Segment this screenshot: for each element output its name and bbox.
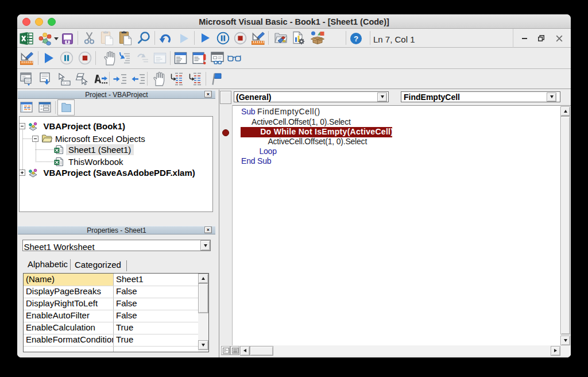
svg-text:?: ?	[354, 34, 358, 43]
